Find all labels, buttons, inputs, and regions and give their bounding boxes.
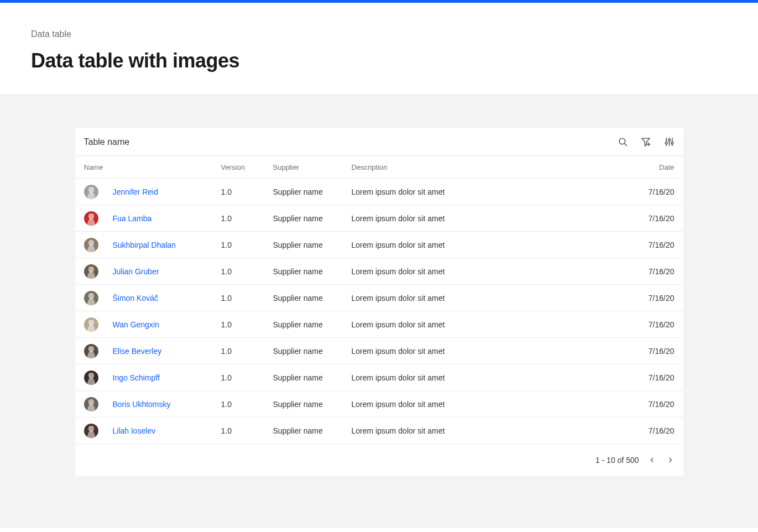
table-row[interactable]: Elise Beverley1.0Supplier nameLorem ipsu… — [75, 337, 683, 364]
person-name-link[interactable]: Elise Beverley — [113, 347, 162, 356]
cell-description: Lorem ipsum dolor sit amet — [352, 400, 625, 409]
next-page-button[interactable] — [666, 456, 675, 465]
cell-version: 1.0 — [221, 426, 273, 435]
svg-point-5 — [665, 142, 667, 144]
cell-version: 1.0 — [221, 373, 273, 382]
table-title: Table name — [84, 137, 130, 147]
cell-date: 7/16/20 — [625, 187, 675, 196]
cell-date: 7/16/20 — [625, 241, 675, 249]
avatar — [84, 424, 98, 438]
cell-version: 1.0 — [221, 400, 273, 409]
column-header-name[interactable]: Name — [84, 163, 221, 171]
cell-version: 1.0 — [221, 214, 273, 223]
svg-point-9 — [671, 142, 673, 144]
column-header-version[interactable]: Version — [221, 163, 273, 171]
person-name-link[interactable]: Sukhbirpal Dhalan — [113, 241, 176, 249]
cell-version: 1.0 — [221, 241, 273, 249]
cell-version: 1.0 — [221, 347, 273, 356]
cell-description: Lorem ipsum dolor sit amet — [352, 320, 625, 329]
cell-date: 7/16/20 — [625, 373, 675, 382]
data-table: Table name — [75, 128, 683, 476]
breadcrumb[interactable]: Data table — [31, 29, 727, 39]
settings-sliders-icon[interactable] — [665, 137, 675, 147]
filter-add-icon[interactable] — [641, 137, 651, 147]
table-row[interactable]: Wan Gengxin1.0Supplier nameLorem ipsum d… — [75, 311, 683, 337]
avatar — [84, 397, 98, 411]
page-title: Data table with images — [31, 49, 727, 72]
avatar — [84, 371, 98, 385]
table-row[interactable]: Šimon Kováč1.0Supplier nameLorem ipsum d… — [75, 284, 683, 311]
cell-date: 7/16/20 — [625, 267, 675, 276]
cell-version: 1.0 — [221, 320, 273, 329]
cell-description: Lorem ipsum dolor sit amet — [352, 267, 625, 276]
table-row[interactable]: Lilah Ioselev1.0Supplier nameLorem ipsum… — [75, 417, 683, 444]
avatar — [84, 185, 98, 199]
cell-date: 7/16/20 — [625, 320, 675, 329]
cell-date: 7/16/20 — [625, 426, 675, 435]
cell-date: 7/16/20 — [625, 400, 675, 409]
person-name-link[interactable]: Julian Gruber — [113, 267, 159, 276]
table-row[interactable]: Julian Gruber1.0Supplier nameLorem ipsum… — [75, 258, 683, 284]
table-row[interactable]: Boris Ukhtomsky1.0Supplier nameLorem ips… — [75, 390, 683, 417]
page-body: Table name — [0, 95, 758, 528]
cell-supplier: Supplier name — [273, 347, 352, 356]
toolbar-actions — [618, 137, 675, 147]
person-name-link[interactable]: Lilah Ioselev — [113, 426, 156, 435]
table-header-row: Name Version Supplier Description Date — [75, 156, 683, 178]
cell-description: Lorem ipsum dolor sit amet — [352, 294, 625, 302]
column-header-description[interactable]: Description — [352, 163, 625, 171]
previous-page-button[interactable] — [648, 456, 657, 465]
cell-supplier: Supplier name — [273, 400, 352, 409]
person-name-link[interactable]: Wan Gengxin — [113, 320, 159, 329]
person-name-link[interactable]: Ingo Schimpff — [113, 373, 160, 382]
cell-supplier: Supplier name — [273, 267, 352, 276]
avatar — [84, 238, 98, 252]
person-name-link[interactable]: Šimon Kováč — [113, 294, 158, 302]
svg-point-0 — [619, 138, 625, 144]
cell-description: Lorem ipsum dolor sit amet — [352, 241, 625, 249]
cell-supplier: Supplier name — [273, 320, 352, 329]
svg-line-1 — [625, 144, 627, 146]
table-row[interactable]: Jennifer Reid1.0Supplier nameLorem ipsum… — [75, 178, 683, 205]
column-header-date[interactable]: Date — [625, 163, 675, 171]
person-name-link[interactable]: Fua Lamba — [113, 214, 152, 223]
cell-version: 1.0 — [221, 267, 273, 276]
cell-date: 7/16/20 — [625, 294, 675, 302]
column-header-supplier[interactable]: Supplier — [273, 163, 352, 171]
cell-date: 7/16/20 — [625, 214, 675, 223]
avatar — [84, 344, 98, 358]
pagination-range: 1 - 10 of 500 — [595, 456, 639, 465]
cell-supplier: Supplier name — [273, 187, 352, 196]
cell-description: Lorem ipsum dolor sit amet — [352, 347, 625, 356]
avatar — [84, 211, 98, 226]
page-header: Data table Data table with images — [0, 3, 758, 95]
cell-description: Lorem ipsum dolor sit amet — [352, 426, 625, 435]
cell-supplier: Supplier name — [273, 294, 352, 302]
cell-description: Lorem ipsum dolor sit amet — [352, 187, 625, 196]
cell-version: 1.0 — [221, 294, 273, 302]
avatar — [84, 264, 98, 279]
cell-description: Lorem ipsum dolor sit amet — [352, 373, 625, 382]
cell-version: 1.0 — [221, 187, 273, 196]
search-icon[interactable] — [618, 137, 628, 147]
avatar — [84, 291, 98, 305]
table-row[interactable]: Sukhbirpal Dhalan1.0Supplier nameLorem i… — [75, 231, 683, 258]
svg-point-7 — [668, 139, 671, 141]
cell-supplier: Supplier name — [273, 214, 352, 223]
person-name-link[interactable]: Boris Ukhtomsky — [113, 400, 171, 409]
table-toolbar: Table name — [75, 128, 683, 156]
cell-supplier: Supplier name — [273, 241, 352, 249]
pagination-bar: 1 - 10 of 500 — [75, 444, 683, 476]
cell-date: 7/16/20 — [625, 347, 675, 356]
avatar — [84, 317, 98, 332]
cell-supplier: Supplier name — [273, 373, 352, 382]
cell-supplier: Supplier name — [273, 426, 352, 435]
cell-description: Lorem ipsum dolor sit amet — [352, 214, 625, 223]
table-body: Jennifer Reid1.0Supplier nameLorem ipsum… — [75, 178, 683, 444]
table-row[interactable]: Ingo Schimpff1.0Supplier nameLorem ipsum… — [75, 364, 683, 390]
table-row[interactable]: Fua Lamba1.0Supplier nameLorem ipsum dol… — [75, 205, 683, 231]
person-name-link[interactable]: Jennifer Reid — [113, 187, 159, 196]
